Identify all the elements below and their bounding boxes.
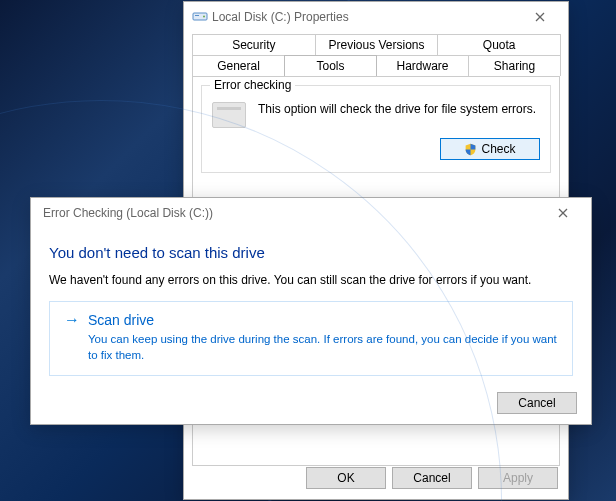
scan-drive-option[interactable]: → Scan drive You can keep using the driv… <box>49 301 573 376</box>
error-checking-title: Error Checking (Local Disk (C:)) <box>39 206 543 220</box>
apply-button[interactable]: Apply <box>478 467 558 489</box>
check-button-label: Check <box>481 142 515 156</box>
tab-previous-versions[interactable]: Previous Versions <box>315 34 439 55</box>
tab-general[interactable]: General <box>192 55 285 76</box>
properties-button-row: OK Cancel Apply <box>306 467 558 489</box>
cancel-button[interactable]: Cancel <box>497 392 577 414</box>
scan-drive-label: Scan drive <box>88 312 154 328</box>
svg-rect-1 <box>195 15 199 16</box>
group-title: Error checking <box>210 78 295 92</box>
close-icon[interactable] <box>520 7 560 27</box>
properties-titlebar: Local Disk (C:) Properties <box>184 2 568 32</box>
tab-quota[interactable]: Quota <box>437 34 561 55</box>
error-checking-group: Error checking This option will check th… <box>201 85 551 173</box>
scan-drive-description: You can keep using the drive during the … <box>88 332 558 363</box>
drive-icon <box>192 8 208 27</box>
group-description: This option will check the drive for fil… <box>258 102 540 118</box>
error-checking-dialog: Error Checking (Local Disk (C:)) You don… <box>30 197 592 425</box>
hard-drive-icon <box>212 102 246 128</box>
uac-shield-icon <box>464 143 477 156</box>
tab-tools[interactable]: Tools <box>284 55 377 76</box>
tab-sharing[interactable]: Sharing <box>468 55 561 76</box>
subtext: We haven't found any errors on this driv… <box>49 273 573 287</box>
headline: You don't need to scan this drive <box>49 244 573 261</box>
svg-point-2 <box>203 15 205 17</box>
properties-title: Local Disk (C:) Properties <box>208 10 520 24</box>
tab-security[interactable]: Security <box>192 34 316 55</box>
ok-button[interactable]: OK <box>306 467 386 489</box>
cancel-button[interactable]: Cancel <box>392 467 472 489</box>
error-checking-titlebar: Error Checking (Local Disk (C:)) <box>31 198 591 228</box>
tab-strip: Security Previous Versions Quota General… <box>192 34 560 76</box>
arrow-right-icon: → <box>64 312 80 328</box>
close-icon[interactable] <box>543 203 583 223</box>
tab-hardware[interactable]: Hardware <box>376 55 469 76</box>
check-button[interactable]: Check <box>440 138 540 160</box>
